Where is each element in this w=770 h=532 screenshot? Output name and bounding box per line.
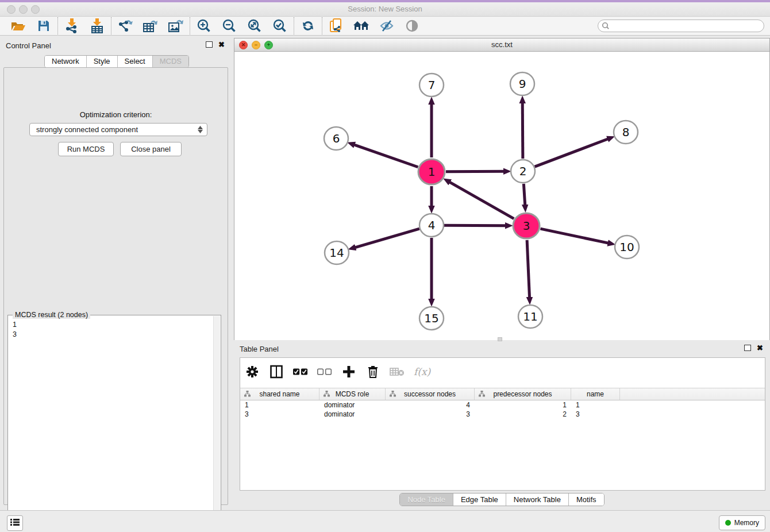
create-column-icon[interactable]: [341, 364, 356, 379]
tab-mcds[interactable]: MCDS: [153, 56, 188, 67]
show-columns-icon[interactable]: [269, 364, 284, 379]
svg-text:1: 1: [428, 165, 436, 179]
delete-table-icon[interactable]: [390, 364, 405, 379]
result-value: 3: [13, 330, 214, 340]
tab-motifs[interactable]: Motifs: [569, 494, 604, 506]
tab-style[interactable]: Style: [87, 56, 118, 67]
save-session-icon[interactable]: [34, 17, 53, 34]
edge-4-14[interactable]: [355, 229, 419, 248]
table-panel-tabs: Node Table Edge Table Network Table Moti…: [234, 493, 770, 506]
graph-node-10[interactable]: 10: [615, 236, 639, 259]
graph-node-6[interactable]: 6: [324, 127, 348, 150]
export-table-icon[interactable]: [141, 17, 160, 34]
graph-node-14[interactable]: 14: [325, 241, 349, 264]
network-view-window: ✕ − + scc.txt 1234678910111415: [234, 38, 770, 340]
close-panel-icon[interactable]: ✖: [218, 41, 225, 48]
close-table-panel-icon[interactable]: ✖: [757, 344, 763, 352]
edge-3-11[interactable]: [527, 240, 529, 298]
refresh-view-icon[interactable]: [299, 17, 317, 34]
status-bar: Memory: [0, 510, 770, 532]
graph-node-11[interactable]: 11: [518, 305, 542, 328]
svg-text:2: 2: [519, 164, 527, 178]
tab-network-table[interactable]: Network Table: [506, 494, 569, 506]
table-row[interactable]: 1 dominator 4 1 1: [240, 400, 765, 410]
float-table-panel-icon[interactable]: [744, 345, 751, 351]
edge-1-2[interactable]: [446, 171, 504, 172]
network-graph[interactable]: 1234678910111415: [234, 52, 769, 340]
open-file-icon[interactable]: [9, 17, 28, 34]
window-title: Session: New Session: [0, 5, 770, 13]
column-header-predecessor-nodes[interactable]: predecessor nodes: [475, 388, 571, 400]
memory-button[interactable]: Memory: [719, 515, 765, 530]
edge-2-3[interactable]: [523, 184, 525, 205]
import-table-icon[interactable]: [88, 17, 106, 34]
main-toolbar: [0, 17, 770, 36]
edge-3-1[interactable]: [449, 182, 514, 219]
edge-1-6[interactable]: [354, 145, 418, 167]
select-all-icon[interactable]: [293, 364, 308, 379]
result-scrollbar[interactable]: [213, 316, 220, 532]
export-network-icon[interactable]: [116, 17, 134, 34]
run-mcds-button[interactable]: Run MCDS: [58, 142, 114, 156]
column-header-name[interactable]: name: [571, 388, 620, 400]
graph-node-2[interactable]: 2: [511, 160, 535, 183]
column-header-successor-nodes[interactable]: successor nodes: [386, 388, 475, 400]
task-history-button[interactable]: [7, 515, 23, 531]
svg-text:4: 4: [428, 218, 436, 232]
home-layout-icon[interactable]: [352, 17, 371, 34]
edge-3-10[interactable]: [540, 229, 608, 243]
show-hide-graphics-icon[interactable]: [403, 17, 421, 34]
network-canvas[interactable]: 1234678910111415: [234, 52, 769, 340]
export-image-icon[interactable]: [167, 17, 185, 34]
table-settings-gear-icon[interactable]: [245, 364, 260, 379]
graph-node-3[interactable]: 3: [513, 213, 540, 238]
import-network-icon[interactable]: [63, 17, 81, 34]
search-field-wrap: [598, 20, 764, 32]
control-panel-tabs: Network Style Select MCDS: [44, 55, 189, 68]
mcds-panel: Optimization criterion: strongly connect…: [3, 67, 228, 505]
result-value: 1: [13, 320, 214, 330]
table-toolbar: f(x): [245, 361, 430, 382]
tree-icon: [390, 391, 396, 399]
network-window-titlebar[interactable]: ✕ − + scc.txt: [234, 38, 769, 52]
graph-node-8[interactable]: 8: [614, 121, 638, 144]
search-input[interactable]: [598, 20, 764, 32]
graph-node-1[interactable]: 1: [418, 159, 445, 184]
edge-2-8[interactable]: [535, 139, 609, 167]
float-panel-icon[interactable]: [206, 41, 213, 48]
panel-splitter-handle[interactable]: [498, 337, 502, 341]
edge-4-3[interactable]: [444, 225, 506, 226]
edge-2-9[interactable]: [522, 103, 523, 159]
tab-network[interactable]: Network: [45, 56, 87, 67]
graph-node-15[interactable]: 15: [419, 307, 444, 330]
list-icon: [10, 518, 20, 529]
deselect-all-icon[interactable]: [317, 364, 332, 379]
tab-select[interactable]: Select: [118, 56, 153, 67]
table-row[interactable]: 3 dominator 3 2 3: [240, 410, 765, 419]
close-panel-button[interactable]: Close panel: [120, 142, 182, 156]
tab-edge-table[interactable]: Edge Table: [453, 494, 506, 506]
tab-node-table[interactable]: Node Table: [400, 494, 453, 506]
zoom-in-icon[interactable]: [195, 17, 213, 34]
search-icon: [602, 22, 610, 32]
zoom-out-icon[interactable]: [220, 17, 238, 34]
svg-text:9: 9: [519, 77, 526, 91]
svg-text:6: 6: [333, 132, 340, 145]
graph-node-4[interactable]: 4: [419, 214, 444, 237]
optimization-criterion-select[interactable]: strongly connected component: [29, 123, 207, 136]
graph-node-7[interactable]: 7: [419, 74, 444, 97]
network-window-title: scc.txt: [234, 40, 769, 49]
zoom-fit-icon[interactable]: [245, 17, 264, 34]
delete-column-trash-icon[interactable]: [365, 364, 380, 379]
table-header-row: shared name MCDS role successor nodes pr…: [240, 388, 765, 400]
network-overview-icon[interactable]: [327, 17, 345, 34]
node-table-container: f(x) shared name MCDS role successor nod…: [240, 357, 765, 491]
style-preview-icon[interactable]: [378, 17, 396, 34]
svg-text:3: 3: [523, 219, 530, 233]
column-header-mcds-role[interactable]: MCDS role: [319, 388, 386, 400]
column-header-shared-name[interactable]: shared name: [240, 388, 319, 400]
function-builder-icon[interactable]: f(x): [414, 366, 430, 377]
svg-text:15: 15: [424, 311, 438, 325]
graph-node-9[interactable]: 9: [510, 72, 534, 95]
zoom-selected-icon[interactable]: [271, 17, 289, 34]
